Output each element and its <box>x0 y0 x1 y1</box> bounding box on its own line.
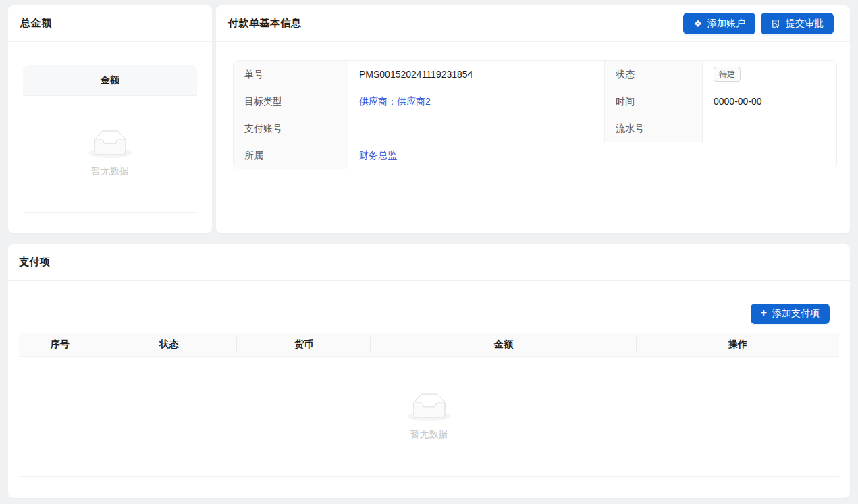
payment-items-card: 支付项 + 添加支付项 序号 状态 货币 金额 操作 暂无数据 <box>8 244 850 498</box>
target-type-label: 目标类型 <box>234 88 348 115</box>
add-account-label: 添加账户 <box>707 18 745 30</box>
belong-label: 所属 <box>234 142 348 169</box>
time-value: 0000-00-00 <box>703 88 836 115</box>
empty-text: 暂无数据 <box>410 428 448 441</box>
add-account-button[interactable]: ❖ 添加账户 <box>683 13 755 34</box>
top-row: 总金额 金额 暂无数据 付款单基本信息 ❖ 添加账户 <box>8 5 850 233</box>
header-buttons: ❖ 添加账户 提交审批 <box>683 13 834 34</box>
total-amount-body: 金额 暂无数据 <box>8 42 212 213</box>
descriptions-table: 单号 PMS001520241119231854 状态 待建 目标类型 供应商：… <box>233 60 837 169</box>
plus-icon: + <box>761 308 767 318</box>
column-header-status: 状态 <box>101 339 238 351</box>
status-badge: 待建 <box>714 67 741 82</box>
total-amount-header: 总金额 <box>8 5 212 42</box>
column-header-actions: 操作 <box>637 339 839 351</box>
payment-items-header: 支付项 <box>8 244 850 281</box>
empty-box-icon <box>88 130 132 160</box>
serial-no-value <box>703 115 836 142</box>
column-header-index: 序号 <box>19 339 101 351</box>
order-no-value: PMS001520241119231854 <box>348 61 605 88</box>
supplier-link[interactable]: 供应商：供应商2 <box>359 96 431 107</box>
empty-box-icon <box>408 393 451 423</box>
target-type-value: 供应商：供应商2 <box>348 88 605 115</box>
status-value: 待建 <box>703 61 836 88</box>
submit-approval-icon <box>771 19 780 28</box>
column-header-amount: 金额 <box>371 339 637 351</box>
table-row: 支付账号 流水号 <box>234 115 836 142</box>
items-table-empty-area: 暂无数据 <box>19 357 839 477</box>
serial-no-label: 流水号 <box>605 115 703 142</box>
pay-account-label: 支付账号 <box>234 115 348 142</box>
order-no-label: 单号 <box>234 61 348 88</box>
payment-items-title: 支付项 <box>19 256 51 269</box>
add-payment-item-button[interactable]: + 添加支付项 <box>751 304 830 324</box>
empty-state: 暂无数据 <box>408 393 451 441</box>
empty-text: 暂无数据 <box>91 165 129 177</box>
table-row: 目标类型 供应商：供应商2 时间 0000-00-00 <box>234 88 836 115</box>
time-label: 时间 <box>605 88 703 115</box>
pay-account-value <box>348 115 605 142</box>
status-label: 状态 <box>605 61 703 88</box>
amount-table-empty-area: 暂无数据 <box>23 96 197 213</box>
amount-column-header: 金额 <box>23 65 197 96</box>
belong-value: 财务总监 <box>348 142 836 169</box>
table-row: 所属 财务总监 <box>234 142 836 169</box>
total-amount-title: 总金额 <box>20 17 52 30</box>
belong-link[interactable]: 财务总监 <box>359 150 397 161</box>
add-account-icon: ❖ <box>693 19 702 28</box>
empty-state: 暂无数据 <box>88 130 132 177</box>
total-amount-card: 总金额 金额 暂无数据 <box>8 5 212 233</box>
table-row: 单号 PMS001520241119231854 状态 待建 <box>234 61 836 88</box>
items-toolbar: + 添加支付项 <box>19 304 839 324</box>
submit-approval-label: 提交审批 <box>786 18 824 30</box>
payment-items-body: + 添加支付项 序号 状态 货币 金额 操作 暂无数据 <box>8 304 850 477</box>
payment-info-header: 付款单基本信息 ❖ 添加账户 提交审批 <box>216 5 850 42</box>
submit-approval-button[interactable]: 提交审批 <box>761 13 834 34</box>
add-payment-item-label: 添加支付项 <box>772 308 820 320</box>
items-table-header: 序号 状态 货币 金额 操作 <box>19 333 839 357</box>
payment-info-card: 付款单基本信息 ❖ 添加账户 提交审批 <box>216 5 850 233</box>
column-header-currency: 货币 <box>237 339 371 351</box>
payment-info-body: 单号 PMS001520241119231854 状态 待建 目标类型 供应商：… <box>216 42 850 169</box>
payment-info-title: 付款单基本信息 <box>228 17 302 30</box>
